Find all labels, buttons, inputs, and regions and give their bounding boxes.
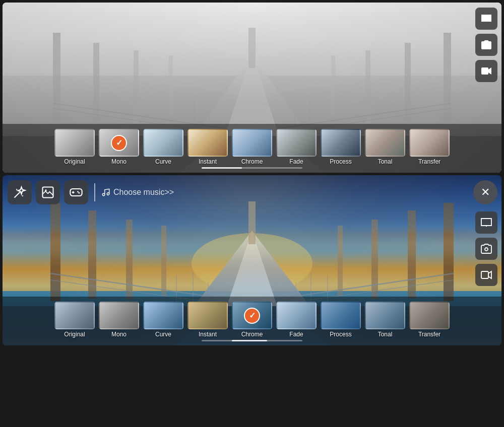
svg-rect-3 — [3, 88, 501, 128]
svg-point-65 — [77, 191, 79, 192]
filter-label-fade-bottom: Fade — [289, 331, 303, 338]
filter-label-original-top: Original — [64, 158, 85, 165]
filter-thumb-mono-bottom — [99, 302, 139, 329]
music-label[interactable]: Choose music>> — [101, 188, 174, 197]
camera-icon-btn-bottom[interactable] — [475, 238, 497, 260]
filter-thumb-transfer-top — [409, 129, 450, 157]
filter-thumb-transfer-bottom — [409, 302, 450, 329]
top-scroll-bar-fill — [202, 167, 242, 169]
top-filter-strip: Original Mono Curve Instant — [3, 124, 501, 173]
screen-icon-btn-bottom[interactable] — [475, 211, 497, 234]
bottom-toolbar: Choose music>> — [8, 180, 174, 204]
video-icon-btn-bottom[interactable] — [475, 264, 497, 286]
close-btn[interactable]: ✕ — [473, 180, 497, 204]
top-filter-items: Original Mono Curve Instant — [8, 129, 496, 165]
filter-item-mono-bottom[interactable]: Mono — [98, 302, 140, 338]
wand-btn[interactable] — [8, 180, 32, 204]
close-icon: ✕ — [481, 186, 490, 199]
bottom-scroll-bar — [202, 340, 302, 341]
game-btn[interactable] — [64, 180, 88, 204]
svg-rect-48 — [248, 201, 256, 244]
gallery-btn[interactable] — [36, 180, 60, 204]
filter-thumb-chrome-top — [232, 129, 272, 157]
svg-rect-20 — [248, 28, 256, 68]
camera-icon-btn-top[interactable] — [475, 34, 497, 56]
top-scroll-bar — [202, 167, 302, 169]
filter-item-chrome-bottom[interactable]: Chrome — [231, 302, 273, 338]
filter-item-process-top[interactable]: Process — [320, 129, 361, 165]
filter-label-process-bottom: Process — [330, 331, 351, 338]
svg-rect-9 — [93, 43, 99, 123]
filter-label-process-top: Process — [330, 158, 351, 165]
filter-item-tonal-top[interactable]: Tonal — [364, 129, 406, 165]
filter-thumb-mono-top — [99, 129, 139, 157]
screen-icon — [480, 13, 492, 25]
svg-rect-70 — [481, 271, 488, 278]
filter-item-transfer-top[interactable]: Transfer — [409, 129, 450, 165]
filter-item-curve-top[interactable]: Curve — [143, 129, 184, 165]
svg-rect-11 — [169, 55, 173, 116]
screen-icon-btn-top[interactable] — [475, 8, 497, 30]
top-panel: Original Mono Curve Instant — [3, 3, 501, 173]
filter-thumb-tonal-top — [365, 129, 405, 157]
bottom-side-icons — [475, 211, 497, 286]
svg-rect-40 — [444, 203, 454, 301]
filter-thumb-instant-bottom — [187, 302, 228, 329]
filter-item-chrome-top[interactable]: Chrome — [231, 129, 273, 165]
selected-overlay-mono-top — [100, 130, 138, 156]
top-side-icons — [475, 8, 497, 82]
filter-label-transfer-bottom: Transfer — [418, 331, 440, 338]
video-icon-bottom — [480, 269, 492, 281]
svg-rect-10 — [134, 50, 139, 123]
svg-rect-38 — [126, 220, 133, 299]
svg-rect-39 — [161, 226, 166, 296]
filter-label-curve-top: Curve — [155, 158, 171, 165]
filter-label-chrome-bottom: Chrome — [241, 331, 263, 338]
screen-icon-bottom — [480, 217, 492, 229]
bottom-scroll-bar-fill — [232, 340, 267, 341]
music-divider — [94, 183, 95, 201]
music-icon — [101, 188, 110, 197]
bottom-filter-strip: Original Mono Curve Instant — [3, 297, 501, 345]
filter-item-instant-bottom[interactable]: Instant — [187, 302, 228, 338]
filter-item-transfer-bottom[interactable]: Transfer — [409, 302, 450, 338]
selected-overlay-chrome-bottom — [233, 303, 271, 328]
filter-label-chrome-top: Chrome — [241, 158, 263, 165]
check-circle-mono-top — [111, 135, 127, 151]
bottom-scroll-indicator — [8, 340, 496, 341]
filter-item-fade-bottom[interactable]: Fade — [276, 302, 317, 338]
video-icon — [480, 65, 492, 77]
filter-thumb-fade-top — [276, 129, 317, 157]
svg-rect-36 — [50, 203, 60, 301]
svg-rect-1 — [3, 3, 501, 83]
video-icon-btn-top[interactable] — [475, 60, 497, 82]
filter-thumb-tonal-bottom — [365, 302, 405, 329]
filter-thumb-curve-top — [143, 129, 183, 157]
svg-rect-2 — [3, 78, 501, 128]
filter-item-original-bottom[interactable]: Original — [54, 302, 95, 338]
filter-item-fade-top[interactable]: Fade — [276, 129, 317, 165]
filter-label-transfer-top: Transfer — [418, 158, 440, 165]
filter-item-curve-bottom[interactable]: Curve — [143, 302, 184, 338]
choose-music-text[interactable]: Choose music>> — [113, 188, 174, 197]
filter-item-process-bottom[interactable]: Process — [320, 302, 361, 338]
svg-rect-14 — [365, 50, 370, 123]
svg-point-59 — [22, 195, 23, 196]
gallery-icon — [41, 185, 55, 199]
filter-item-mono-top[interactable]: Mono — [98, 129, 140, 165]
svg-rect-30 — [481, 67, 488, 75]
filter-item-tonal-bottom[interactable]: Tonal — [364, 302, 406, 338]
filter-label-instant-bottom: Instant — [199, 331, 217, 338]
filter-thumb-original-top — [54, 129, 95, 157]
filter-item-instant-top[interactable]: Instant — [187, 129, 228, 165]
filter-thumb-process-bottom — [321, 302, 361, 329]
filter-label-fade-top: Fade — [289, 158, 303, 165]
filter-thumb-original-bottom — [54, 302, 95, 329]
svg-rect-13 — [405, 43, 411, 123]
svg-rect-42 — [371, 220, 378, 299]
filter-label-mono-top: Mono — [111, 158, 127, 165]
camera-icon-bottom — [480, 243, 492, 255]
filter-item-original-top[interactable]: Original — [54, 129, 95, 165]
filter-thumb-process-top — [321, 129, 361, 157]
filter-label-mono-bottom: Mono — [111, 331, 127, 338]
